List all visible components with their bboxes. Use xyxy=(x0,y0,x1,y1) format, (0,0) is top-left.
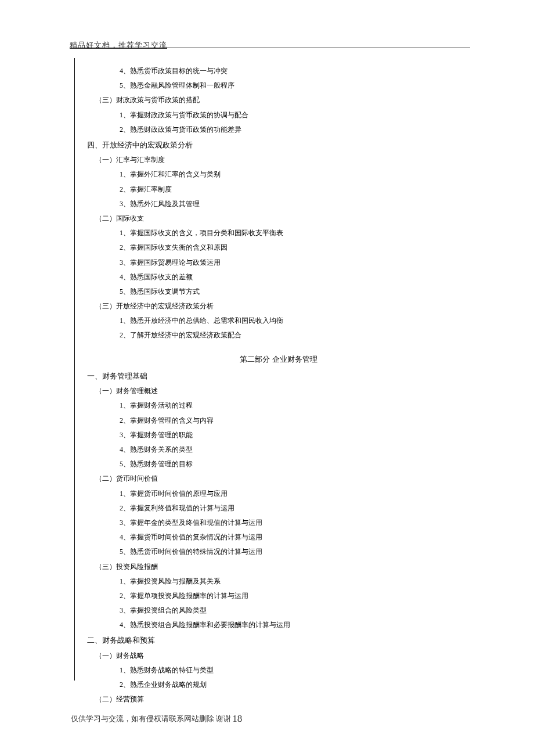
page-left-border xyxy=(74,58,75,681)
outline-line: 2、熟悉财政政策与货币政策的功能差异 xyxy=(87,123,470,137)
outline-line: 1、掌握投资风险与报酬及其关系 xyxy=(87,574,470,589)
outline-line: 5、熟悉金融风险管理体制和一般程序 xyxy=(87,78,470,93)
outline-line: （二）经营预算 xyxy=(87,692,470,707)
outline-line: 2、掌握单项投资风险报酬率的计算与运用 xyxy=(87,589,470,603)
document-body: 4、熟悉货币政策目标的统一与冲突5、熟悉金融风险管理体制和一般程序（三）财政政策… xyxy=(87,64,470,707)
outline-line: 1、熟悉财务战略的特征与类型 xyxy=(87,663,470,678)
outline-line: 4、熟悉投资组合风险报酬率和必要报酬率的计算与运用 xyxy=(87,618,470,632)
outline-line: 2、了解开放经济中的宏观经济政策配合 xyxy=(87,328,470,343)
page-number: 18 xyxy=(232,713,242,724)
outline-line: 4、熟悉货币政策目标的统一与冲突 xyxy=(87,64,470,78)
outline-line: 2、掌握汇率制度 xyxy=(87,182,470,197)
outline-line: 4、熟悉国际收支的差额 xyxy=(87,270,470,285)
outline-line: 3、掌握财务管理的职能 xyxy=(87,428,470,442)
outline-line: 2、掌握复利终值和现值的计算与运用 xyxy=(87,501,470,516)
outline-line: 2、熟悉企业财务战略的规划 xyxy=(87,678,470,692)
outline-line: 4、熟悉财务关系的类型 xyxy=(87,442,470,457)
page-footer: 仅供学习与交流，如有侵权请联系网站删除 谢谢18 xyxy=(71,713,242,725)
header-rule xyxy=(70,48,470,48)
outline-line: 四、开放经济中的宏观政策分析 xyxy=(87,137,470,153)
outline-line: 2、掌握财务管理的含义与内容 xyxy=(87,413,470,428)
outline-line: 二、财务战略和预算 xyxy=(87,632,470,648)
outline-line: 3、熟悉外汇风险及其管理 xyxy=(87,197,470,211)
outline-line: （一）汇率与汇率制度 xyxy=(87,153,470,167)
outline-line: 1、掌握外汇和汇率的含义与类别 xyxy=(87,167,470,182)
outline-line: 1、掌握财务活动的过程 xyxy=(87,398,470,413)
outline-line: 1、掌握国际收支的含义，项目分类和国际收支平衡表 xyxy=(87,226,470,240)
outline-line: （一）财务战略 xyxy=(87,649,470,663)
outline-line: 1、熟悉开放经济中的总供给、总需求和国民收入均衡 xyxy=(87,314,470,328)
footer-text: 仅供学习与交流，如有侵权请联系网站删除 谢谢 xyxy=(71,714,231,723)
outline-line: 3、掌握投资组合的风险类型 xyxy=(87,603,470,618)
page-header: 精品好文档，推荐学习交流 xyxy=(70,39,470,51)
outline-line: （三）财政政策与货币政策的搭配 xyxy=(87,93,470,107)
outline-line: 5、熟悉货币时间价值的特殊情况的计算与运用 xyxy=(87,545,470,559)
outline-line: 一、财务管理基础 xyxy=(87,368,470,384)
outline-line: 3、掌握年金的类型及终值和现值的计算与运用 xyxy=(87,516,470,530)
outline-line: 3、掌握国际贸易理论与政策运用 xyxy=(87,255,470,270)
outline-line: 1、掌握财政政策与货币政策的协调与配合 xyxy=(87,108,470,123)
part-title: 第二部分 企业财务管理 xyxy=(87,351,470,367)
outline-line: （一）财务管理概述 xyxy=(87,384,470,398)
outline-line: （三）投资风险报酬 xyxy=(87,560,470,574)
outline-line: 5、熟悉国际收支调节方式 xyxy=(87,285,470,299)
outline-line: 4、掌握货币时间价值的复杂情况的计算与运用 xyxy=(87,530,470,545)
outline-line: （二）国际收支 xyxy=(87,211,470,226)
outline-line: （三）开放经济中的宏观经济政策分析 xyxy=(87,299,470,314)
outline-line: 2、掌握国际收支失衡的含义和原因 xyxy=(87,240,470,255)
outline-line: 5、熟悉财务管理的目标 xyxy=(87,457,470,471)
outline-line: 1、掌握货币时间价值的原理与应用 xyxy=(87,487,470,501)
outline-line: （二）货币时间价值 xyxy=(87,471,470,486)
